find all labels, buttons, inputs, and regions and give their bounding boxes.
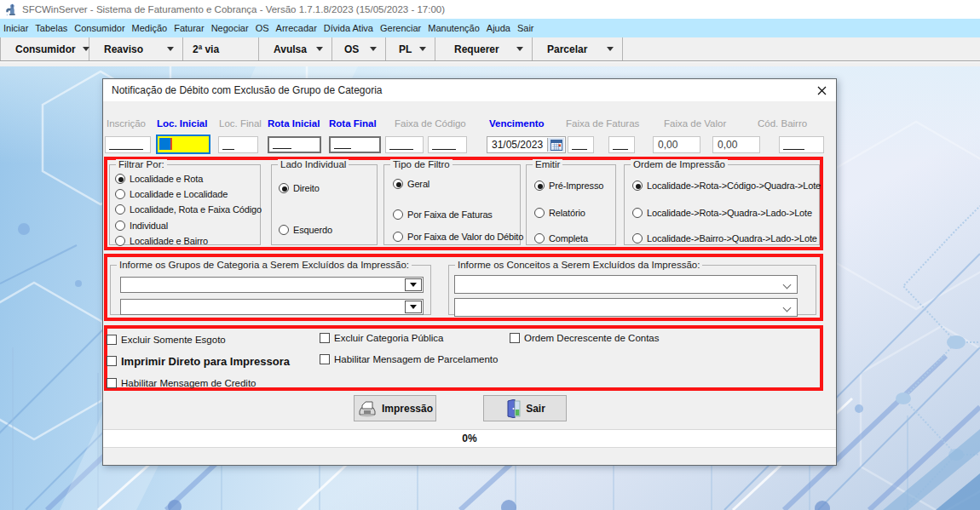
menu-faturar[interactable]: Faturar bbox=[170, 19, 207, 37]
checkbox-icon bbox=[320, 333, 330, 343]
radio-geral[interactable]: Geral bbox=[393, 178, 429, 190]
radio-icon bbox=[115, 221, 125, 231]
menu-sair[interactable]: Sair bbox=[514, 19, 538, 37]
radio-direito[interactable]: Direito bbox=[279, 182, 320, 194]
input-faixa-valor-2[interactable]: 0,00 bbox=[712, 136, 760, 153]
radio-icon bbox=[393, 209, 403, 220]
menubar: Iniciar Tabelas Consumidor Medição Fatur… bbox=[0, 19, 980, 37]
checkbox-habilitar-mensagem-parcelamento[interactable]: Habilitar Mensagem de Parcelamento bbox=[320, 353, 498, 365]
radio-localidade-e-bairro[interactable]: Localidade e Bairro bbox=[115, 235, 208, 247]
input-faixa-valor-1[interactable]: 0,00 bbox=[653, 136, 700, 153]
input-rota-inicial[interactable] bbox=[268, 136, 321, 153]
radio-por-faixa-de-valor[interactable]: Por Faixa de Valor do Débito bbox=[393, 231, 523, 243]
radio-icon bbox=[393, 232, 403, 242]
toolbar-requerer[interactable]: Requerer bbox=[435, 37, 533, 60]
toolbar-consumidor[interactable]: Consumidor bbox=[0, 37, 89, 60]
menu-arrecadar[interactable]: Arrecadar bbox=[273, 19, 320, 37]
radio-icon bbox=[115, 204, 125, 215]
chevron-down-icon bbox=[783, 281, 792, 289]
close-icon[interactable] bbox=[815, 83, 828, 97]
text-caret bbox=[170, 138, 172, 150]
radio-ordem-rota-quadra[interactable]: Localidade->Rota->Quadra->Lado->Lote bbox=[632, 207, 812, 219]
input-faixa-codigo-2[interactable] bbox=[428, 136, 467, 153]
radio-icon bbox=[393, 179, 403, 189]
menu-tabelas[interactable]: Tabelas bbox=[32, 19, 71, 37]
checkbox-habilitar-mensagem-credito[interactable]: Habilitar Mensagem de Credito bbox=[107, 377, 257, 389]
dropdown-button[interactable] bbox=[405, 278, 422, 291]
input-loc-inicial[interactable] bbox=[156, 135, 210, 154]
dropdown-arrow-icon bbox=[410, 283, 417, 287]
combo-conceito-1[interactable] bbox=[454, 275, 798, 294]
radio-individual[interactable]: Individual bbox=[115, 220, 168, 232]
menu-os[interactable]: OS bbox=[252, 19, 273, 37]
radio-icon bbox=[632, 181, 643, 191]
checkbox-icon bbox=[510, 333, 520, 343]
radio-localidade-e-rota[interactable]: Localidade e Rota bbox=[115, 173, 203, 185]
label-vencimento: Vencimento bbox=[489, 118, 545, 129]
menu-negociar[interactable]: Negociar bbox=[208, 19, 252, 37]
label-faixa-codigo: Faixa de Código bbox=[395, 118, 466, 129]
checkbox-icon bbox=[107, 356, 117, 366]
checkbox-excluir-somente-esgoto[interactable]: Excluir Somente Esgoto bbox=[107, 334, 226, 346]
checkbox-icon bbox=[320, 354, 330, 364]
dropdown-arrow-icon bbox=[316, 47, 323, 51]
input-inscricao[interactable] bbox=[105, 136, 151, 153]
dropdown-arrow-icon bbox=[419, 47, 426, 51]
checkbox-excluir-categoria-publica[interactable]: Excluir Categoria Pública bbox=[320, 332, 443, 344]
dialog-titlebar[interactable]: Notificação de Débito com Exclusão de Gr… bbox=[103, 79, 836, 101]
input-rota-final[interactable] bbox=[329, 136, 381, 153]
menu-consumidor[interactable]: Consumidor bbox=[71, 19, 128, 37]
input-vencimento[interactable]: 31/05/2023 bbox=[487, 136, 566, 153]
radio-ordem-rota-codigo[interactable]: Localidade->Rota->Código->Quadra->Lote bbox=[632, 180, 821, 192]
screen: SFCWinServer - Sistema de Faturamento e … bbox=[0, 0, 980, 510]
combo-grupo-categoria-1[interactable] bbox=[120, 277, 424, 293]
toolbar-avulsa[interactable]: Avulsa bbox=[259, 37, 332, 60]
input-loc-final[interactable] bbox=[218, 136, 258, 153]
dialog-notificacao-debito: Notificação de Débito com Exclusão de Gr… bbox=[102, 78, 837, 466]
combo-grupo-categoria-2[interactable] bbox=[120, 299, 424, 315]
menu-divida-ativa[interactable]: Dívida Ativa bbox=[320, 19, 377, 37]
menu-ajuda[interactable]: Ajuda bbox=[483, 19, 514, 37]
menu-manutencao[interactable]: Manutenção bbox=[424, 19, 483, 37]
radio-icon bbox=[279, 183, 289, 193]
label-loc-final: Loc. Final bbox=[219, 118, 262, 129]
menu-iniciar[interactable]: Iniciar bbox=[0, 19, 32, 37]
calendar-icon[interactable] bbox=[547, 138, 564, 152]
toolbar-parcelar[interactable]: Parcelar bbox=[533, 37, 623, 60]
radio-esquerdo[interactable]: Esquerdo bbox=[279, 224, 332, 236]
label-faixa-valor: Faixa de Valor bbox=[664, 118, 726, 129]
sair-button[interactable]: Sair bbox=[483, 395, 567, 421]
toolbar-pl[interactable]: PL bbox=[386, 37, 435, 60]
dropdown-arrow-icon bbox=[607, 47, 614, 51]
label-cod-bairro: Cód. Bairro bbox=[758, 118, 807, 129]
input-faixa-faturas-2[interactable] bbox=[608, 136, 635, 153]
radio-icon bbox=[115, 174, 125, 184]
menu-gerenciar[interactable]: Gerenciar bbox=[377, 19, 424, 37]
radio-icon bbox=[534, 233, 545, 244]
dropdown-arrow-icon bbox=[516, 47, 523, 51]
checkbox-imprimir-direto[interactable]: Imprimir Direto para Impressora bbox=[107, 355, 290, 367]
input-faixa-faturas-1[interactable] bbox=[568, 136, 594, 153]
toolbar-reaviso[interactable]: Reaviso bbox=[89, 37, 183, 60]
dropdown-button[interactable] bbox=[405, 301, 422, 313]
selection-block bbox=[159, 138, 170, 150]
app-icon bbox=[4, 3, 17, 16]
radio-icon bbox=[115, 236, 125, 246]
input-cod-bairro[interactable] bbox=[779, 136, 824, 153]
label-rota-final: Rota Final bbox=[329, 118, 377, 129]
radio-localidade-rota-faixa-codigo[interactable]: Localidade, Rota e Faixa Código bbox=[115, 203, 262, 215]
radio-ordem-bairro-quadra[interactable]: Localidade->Bairro->Quadra->Lado->Lote bbox=[632, 232, 817, 244]
radio-localidade-e-localidade[interactable]: Localidade e Localidade bbox=[115, 188, 228, 200]
combo-conceito-2[interactable] bbox=[454, 298, 798, 317]
impressao-button[interactable]: Impressão bbox=[354, 395, 436, 421]
chevron-down-icon bbox=[783, 304, 792, 312]
radio-por-faixa-de-faturas[interactable]: Por Faixa de Faturas bbox=[393, 209, 493, 221]
toolbar-os[interactable]: OS bbox=[332, 37, 386, 60]
radio-pre-impresso[interactable]: Pré-Impresso bbox=[534, 180, 603, 192]
menu-medicao[interactable]: Medição bbox=[129, 19, 171, 37]
toolbar-2avia[interactable]: 2ª via bbox=[183, 37, 259, 60]
radio-completa[interactable]: Completa bbox=[534, 232, 588, 244]
checkbox-ordem-decrescente[interactable]: Ordem Decrescente de Contas bbox=[510, 332, 660, 344]
input-faixa-codigo-1[interactable] bbox=[385, 136, 424, 153]
radio-relatorio[interactable]: Relatório bbox=[534, 207, 585, 219]
